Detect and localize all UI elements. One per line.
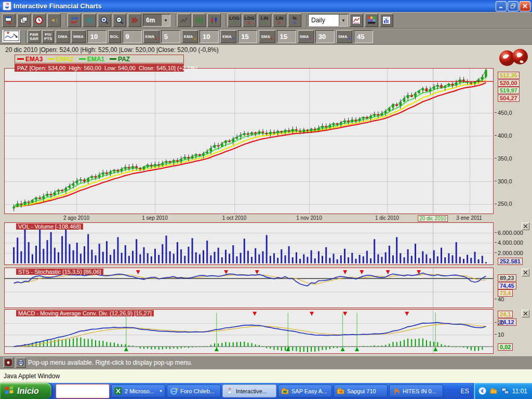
log-scale-on-button[interactable]: LOG∼ (228, 14, 241, 27)
bollinger-button[interactable]: BOL (108, 30, 121, 43)
toolbar-separator (22, 31, 26, 43)
chart-settings-button[interactable] (380, 14, 393, 27)
group-arrow-icon: ▼ (159, 389, 163, 393)
task-blank[interactable] (56, 384, 110, 398)
chart-indicator-button[interactable] (350, 14, 363, 27)
sma2-button[interactable]: SMA2 (298, 30, 314, 43)
clock-button[interactable] (32, 14, 46, 27)
hites-icon (392, 387, 401, 395)
y-axis-label: 20 (495, 320, 504, 326)
minimize-button[interactable] (496, 1, 507, 11)
status-bar: Pop-up menu available. Right-click to di… (0, 356, 532, 369)
volume-panel[interactable]: VOL - Volume [-108.468] (4, 222, 494, 265)
price-chart[interactable] (4, 68, 494, 214)
x-axis-label: 3 ene 2011 (456, 215, 482, 221)
ema2-button-period-field[interactable]: 10 (200, 30, 219, 43)
x-axis-label: 2 ago 2010 (63, 215, 89, 221)
main-toolbar: 6m▼LOG∼LOG≠LIN∼LIN≠%=Daily▼ (0, 12, 532, 29)
chevron-down-icon[interactable]: ▼ (339, 15, 348, 26)
scale-mark: = (293, 21, 296, 25)
title-bar[interactable]: Interactive Financial Charts (0, 0, 532, 12)
ema3-button[interactable]: EMA3 (220, 30, 236, 43)
pivot-points-button[interactable]: PIV PTS (42, 30, 55, 43)
chart-applet: 20 dic 2010 |Open: 524,00 |High: 525,00 … (0, 45, 532, 356)
task-hites-in-0[interactable]: HITES IN 0... (389, 384, 443, 397)
cascade-windows-button[interactable] (17, 14, 31, 27)
linear-scale-off-button[interactable]: LIN≠ (273, 14, 286, 27)
restore-button[interactable] (508, 1, 518, 11)
line-chart-icon (179, 16, 189, 25)
x-axis-label: 1 sep 2010 (142, 215, 168, 221)
volume-value-box: 252.581 (498, 258, 523, 265)
close-button[interactable] (520, 1, 530, 11)
sma3-button-period-field[interactable]: 45 (354, 30, 373, 43)
tray-folder-icon[interactable] (489, 387, 498, 395)
close-stochastic-panel-button[interactable] (522, 269, 529, 276)
macd-panel[interactable]: MACD - Moving Average Conv. Div. (12,26,… (4, 309, 494, 354)
close-volume-panel-button[interactable] (522, 222, 529, 230)
scale-mark: ≠ (248, 21, 251, 25)
y-axis-label: 6.000.000 (495, 230, 523, 236)
ie-icon (169, 387, 178, 395)
start-button[interactable]: Inicio (0, 383, 51, 399)
back-icon (85, 16, 94, 25)
task-interactive[interactable]: Interactive... (222, 384, 276, 397)
sap-folder2-icon (336, 387, 345, 395)
legend-dash (110, 58, 116, 60)
ema1-button[interactable]: EMA1 (143, 30, 159, 43)
ema3-button-period-field[interactable]: 15 (238, 30, 257, 43)
draw-tool-button[interactable] (2, 30, 21, 43)
indicator-number: 3 (348, 36, 350, 41)
line-chart-button[interactable] (177, 14, 191, 27)
y-axis-label: 400,0 (495, 132, 512, 139)
ohlc-chart-button[interactable] (192, 14, 206, 27)
print-icon[interactable] (16, 357, 26, 368)
close-macd-panel-button[interactable] (522, 310, 529, 317)
y-axis-label: 300,0 (495, 178, 512, 184)
export-window-icon (4, 16, 14, 25)
sma1-button[interactable]: SMA1 (259, 30, 275, 43)
stochastic-panel[interactable]: STS - Stochastic (15,3,5) [86,06] (4, 268, 494, 308)
ema1-button-period-field[interactable]: 5 (161, 30, 180, 43)
sma2-button-period-field[interactable]: 30 (315, 30, 335, 43)
task-sapgui-710[interactable]: Sapgui 710 (334, 384, 388, 397)
macd-value-box: 24,1 (498, 311, 513, 318)
frequency-select[interactable]: Daily▼ (308, 14, 348, 26)
y-axis-label: 350,0 (495, 155, 512, 162)
y-axis-label: 250,0 (495, 201, 512, 207)
scroll-forward-button[interactable] (128, 14, 141, 27)
task-buttons: 2 Microso...▼Foro Chileb...Interactive..… (56, 383, 443, 399)
task-sap-easy-a[interactable]: SAP Easy A... (278, 384, 332, 397)
bollinger-button-period-field[interactable]: 9 (123, 30, 142, 43)
scroll-back-button[interactable] (83, 14, 96, 27)
clock: 11:01 (512, 388, 527, 395)
refresh-button[interactable] (68, 14, 81, 27)
language-indicator[interactable]: ES (457, 388, 473, 395)
ema2-button[interactable]: EMA2 (182, 30, 198, 43)
tray-network-icon[interactable] (501, 387, 510, 395)
status-text: Pop-up menu available. Right-click to di… (28, 359, 192, 366)
chevron-down-icon[interactable]: ▼ (161, 15, 170, 26)
applet-menu-icon[interactable] (3, 357, 14, 368)
zoom-in-button[interactable] (98, 14, 111, 27)
candlestick-chart-button[interactable] (207, 14, 221, 27)
task-foro-chileb[interactable]: Foro Chileb... (167, 384, 221, 397)
linear-scale-on-button[interactable]: LIN∼ (258, 14, 271, 27)
export-window-button[interactable] (2, 14, 16, 27)
period-select[interactable]: 6m▼ (143, 14, 170, 26)
dma-button[interactable]: DMA (56, 30, 69, 43)
sound-button[interactable] (47, 14, 61, 27)
wma-button[interactable]: WMA (71, 30, 86, 43)
parabolic-sar-button[interactable]: PAR SAR (28, 30, 41, 43)
wma-button-period-field[interactable]: 10 (87, 30, 107, 43)
sma1-button-period-field[interactable]: 15 (277, 30, 296, 43)
sma3-button[interactable]: SMA3 (336, 30, 352, 43)
zoom-out-button[interactable] (113, 14, 126, 27)
start-label: Inicio (17, 387, 39, 396)
percent-scale-button[interactable]: %= (288, 14, 301, 27)
log-scale-off-button[interactable]: LOG≠ (243, 14, 256, 27)
legend-dash (17, 58, 24, 60)
task-2-microso[interactable]: 2 Microso...▼ (111, 384, 165, 397)
palette-button[interactable] (365, 14, 378, 27)
hide-icons-chevron-icon[interactable] (478, 387, 487, 395)
